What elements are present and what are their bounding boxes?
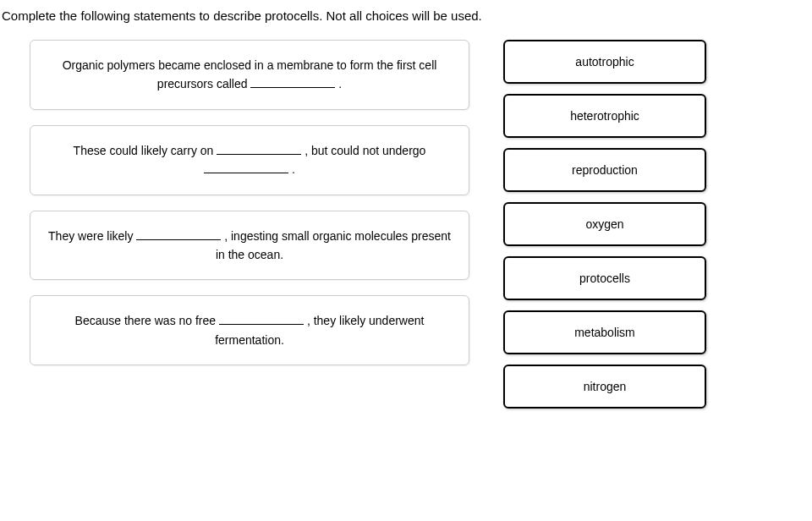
choice-protocells[interactable]: protocells	[503, 256, 706, 300]
choices-column: autotrophic heterotrophic reproduction o…	[503, 40, 706, 409]
statement-2-mid: , but could not undergo	[304, 144, 425, 157]
choice-metabolism[interactable]: metabolism	[503, 310, 706, 354]
statement-text-1: Organic polymers became enclosed in a me…	[42, 56, 457, 94]
statement-text-3: They were likely , ingesting small organ…	[42, 227, 457, 265]
blank-dropzone[interactable]	[250, 76, 335, 88]
statements-column: Organic polymers became enclosed in a me…	[30, 40, 469, 409]
choice-oxygen[interactable]: oxygen	[503, 202, 706, 246]
blank-dropzone[interactable]	[219, 313, 304, 325]
choice-autotrophic[interactable]: autotrophic	[503, 40, 706, 84]
statement-box-3[interactable]: They were likely , ingesting small organ…	[30, 211, 469, 281]
statement-text-4: Because there was no free , they likely …	[42, 311, 457, 349]
blank-dropzone[interactable]	[217, 143, 301, 155]
statement-3-pre: They were likely	[48, 229, 136, 243]
statement-4-pre: Because there was no free	[75, 314, 219, 327]
choice-heterotrophic[interactable]: heterotrophic	[503, 94, 706, 138]
statement-2-post: .	[292, 162, 295, 176]
statement-3-post: , ingesting small organic molecules pres…	[216, 229, 451, 261]
choice-reproduction[interactable]: reproduction	[503, 148, 706, 192]
instruction-text: Complete the following statements to des…	[0, 8, 812, 23]
statement-1-pre: Organic polymers became enclosed in a me…	[63, 58, 437, 90]
statement-1-post: .	[338, 77, 342, 90]
statement-text-2: These could likely carry on , but could …	[74, 141, 426, 179]
choice-nitrogen[interactable]: nitrogen	[503, 365, 706, 409]
blank-dropzone[interactable]	[136, 228, 221, 240]
blank-dropzone[interactable]	[204, 162, 288, 173]
statement-box-4[interactable]: Because there was no free , they likely …	[30, 295, 469, 365]
statement-box-1[interactable]: Organic polymers became enclosed in a me…	[30, 40, 469, 110]
statement-2-pre: These could likely carry on	[74, 144, 217, 157]
main-container: Organic polymers became enclosed in a me…	[0, 40, 812, 409]
statement-box-2[interactable]: These could likely carry on , but could …	[30, 125, 469, 195]
